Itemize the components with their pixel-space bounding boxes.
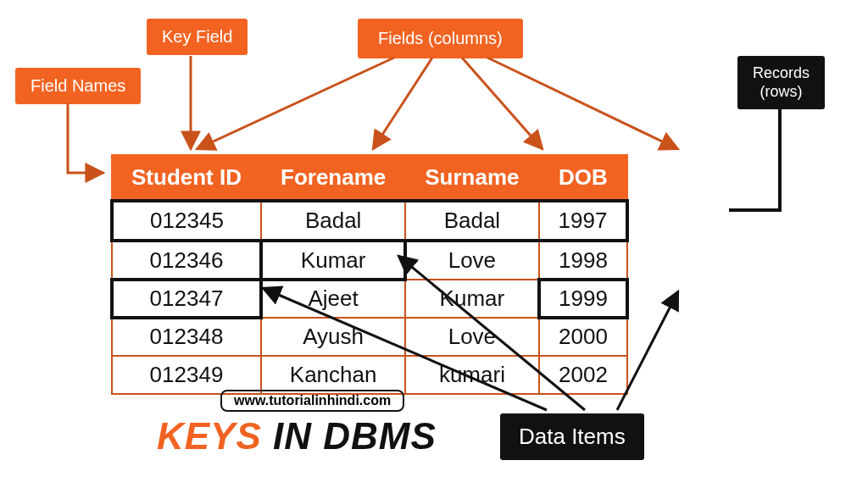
cell: Kumar	[261, 241, 405, 280]
cell: 012349	[112, 356, 261, 394]
col-student-id: Student ID	[112, 155, 261, 201]
cell: Love	[405, 318, 538, 356]
col-dob: DOB	[539, 155, 628, 201]
cell: Kumar	[405, 280, 538, 318]
label-records-rows: Records (rows)	[737, 56, 825, 109]
cell: Badal	[405, 201, 538, 241]
label-fields-columns: Fields (columns)	[358, 19, 523, 58]
cell: Badal	[261, 201, 405, 241]
label-field-names: Field Names	[15, 68, 141, 104]
cell: Kanchan	[261, 356, 405, 394]
label-data-items: Data Items	[500, 413, 644, 460]
table-row: 012346 Kumar Love 1998	[112, 241, 627, 280]
cell: 2000	[539, 318, 628, 356]
student-table: Student ID Forename Surname DOB 012345 B…	[110, 154, 629, 395]
title-part1: KEYS	[157, 415, 273, 457]
table-row: 012347 Ajeet Kumar 1999	[112, 280, 627, 318]
cell: Love	[405, 241, 538, 280]
cell: 012347	[112, 280, 261, 318]
cell: Ayush	[261, 318, 405, 356]
cell: 2002	[539, 356, 628, 394]
table-row: 012349 Kanchan kumari 2002	[112, 356, 627, 394]
table-row: 012345 Badal Badal 1997	[112, 201, 627, 241]
cell: kumari	[405, 356, 538, 394]
col-surname: Surname	[405, 155, 538, 201]
source-url: www.tutorialinhindi.com	[220, 390, 404, 412]
cell: 012346	[112, 241, 261, 280]
label-key-field: Key Field	[147, 19, 248, 55]
table-row: 012348 Ayush Love 2000	[112, 318, 627, 356]
cell: 1999	[539, 280, 628, 318]
table-header-row: Student ID Forename Surname DOB	[112, 155, 627, 201]
title-part2: IN DBMS	[273, 415, 437, 457]
cell: 1997	[539, 201, 628, 241]
cell: 012348	[112, 318, 261, 356]
cell: 1998	[539, 241, 628, 280]
page-title: KEYS IN DBMS	[157, 415, 437, 458]
col-forename: Forename	[261, 155, 405, 201]
cell: Ajeet	[261, 280, 405, 318]
cell: 012345	[112, 201, 261, 241]
